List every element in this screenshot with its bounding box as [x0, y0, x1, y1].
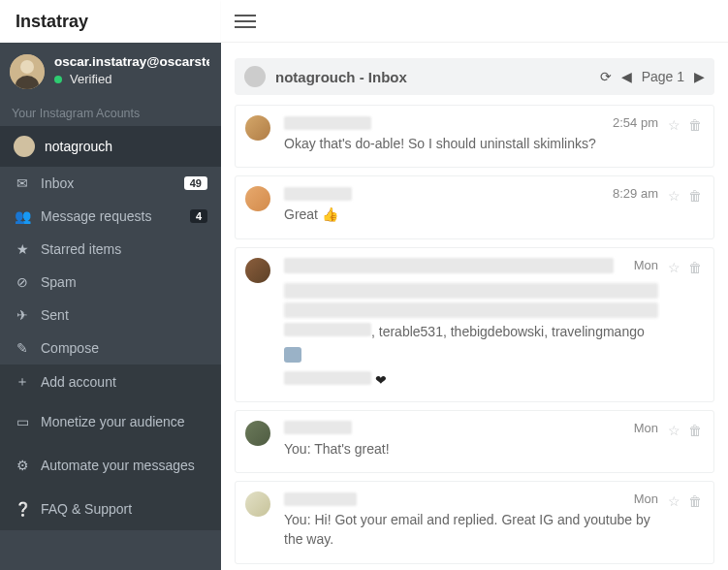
- nav-label: Starred items: [41, 241, 121, 257]
- message-time: 8:29 am: [613, 186, 658, 201]
- message-time: Mon: [634, 491, 658, 506]
- star-icon[interactable]: ☆: [668, 117, 681, 133]
- account-item-active[interactable]: notagrouch: [0, 126, 221, 167]
- sender-avatar: [245, 186, 270, 211]
- verified-status: Verified: [54, 72, 209, 86]
- refresh-icon[interactable]: ⟳: [600, 69, 612, 84]
- user-avatar: [10, 54, 45, 89]
- trash-icon[interactable]: 🗑: [688, 423, 702, 438]
- trash-icon[interactable]: 🗑: [688, 117, 702, 133]
- redacted-line: [284, 371, 371, 385]
- sender-avatar: [245, 421, 270, 446]
- trash-icon[interactable]: 🗑: [688, 260, 702, 275]
- nav-label: Automate your messages: [41, 458, 195, 473]
- nav-compose[interactable]: ✎ Compose: [0, 332, 221, 364]
- inbox-badge: 49: [184, 176, 207, 190]
- message-text: , terable531, thebigdebowski, travelingm…: [284, 322, 658, 341]
- message-text: You: Hi! Got your email and replied. Gre…: [284, 510, 658, 550]
- topbar: [221, 0, 728, 43]
- brand-logo: Instatray: [16, 12, 88, 32]
- accounts-section-label: Your Instagram Acounts: [0, 99, 221, 126]
- hamburger-menu-button[interactable]: [235, 15, 256, 28]
- verified-label: Verified: [70, 72, 111, 86]
- svg-point-1: [20, 60, 34, 74]
- message-text: Great 👍: [284, 205, 658, 224]
- nav-label: Add account: [41, 374, 116, 390]
- gear-icon: ⚙: [14, 458, 31, 473]
- message-row[interactable]: 8:29 am Great 👍 ☆🗑: [235, 175, 714, 238]
- sender-avatar: [245, 115, 270, 141]
- redacted-line: [284, 302, 658, 318]
- message-row[interactable]: Mon You: Hi! Got your email and replied.…: [235, 481, 714, 564]
- requests-badge: 4: [190, 209, 207, 223]
- star-icon[interactable]: ☆: [668, 260, 681, 275]
- inbox-icon: ✉: [14, 175, 31, 191]
- nav-label: FAQ & Support: [41, 501, 132, 517]
- sender-name-redacted: [284, 492, 357, 506]
- nav-label: Inbox: [41, 175, 74, 191]
- message-time: Mon: [634, 258, 658, 272]
- user-header: oscar.instatray@oscarstech Verified: [0, 43, 221, 99]
- sender-avatar: [245, 491, 270, 517]
- star-icon[interactable]: ☆: [668, 493, 681, 509]
- star-icon[interactable]: ☆: [668, 423, 681, 438]
- inbox-title: notagrouch - Inbox: [275, 69, 407, 85]
- nav-monetize[interactable]: ▭ Monetize your audience: [0, 400, 221, 443]
- message-text: You: That's great!: [284, 439, 658, 459]
- message-text: Okay that's do-able! So I should uninsta…: [284, 134, 658, 153]
- page-label: Page 1: [642, 69, 684, 84]
- compose-icon: ✎: [14, 340, 31, 356]
- sender-name-redacted: [284, 187, 352, 201]
- sender-name-redacted: [284, 116, 371, 130]
- nav-label: Compose: [41, 340, 99, 356]
- sidebar: Instatray oscar.instatray@oscarstech Ver…: [0, 0, 221, 570]
- nav-label: Message requests: [41, 208, 151, 224]
- nav-faq[interactable]: ❔ FAQ & Support: [0, 488, 221, 530]
- message-time: Mon: [634, 421, 658, 435]
- sender-avatar: [245, 258, 270, 283]
- nav-sent[interactable]: ✈ Sent: [0, 299, 221, 332]
- redacted-line: [284, 283, 658, 299]
- content: notagrouch - Inbox ⟳ ◀ Page 1 ▶ 2:54 pm …: [221, 43, 728, 570]
- trash-icon[interactable]: 🗑: [688, 493, 702, 509]
- requests-icon: 👥: [14, 208, 31, 224]
- account-avatar: [14, 136, 35, 157]
- prev-page-icon[interactable]: ◀: [621, 69, 632, 84]
- nav-inbox[interactable]: ✉ Inbox 49: [0, 167, 221, 200]
- message-row[interactable]: Mon , terable531, thebigdebowski, travel…: [235, 247, 714, 402]
- help-icon: ❔: [14, 501, 31, 517]
- nav-label: Monetize your audience: [41, 414, 185, 429]
- logo-bar: Instatray: [0, 0, 221, 43]
- message-time: 2:54 pm: [613, 115, 658, 130]
- nav-add-account[interactable]: ＋ Add account: [0, 364, 221, 399]
- nav-spam[interactable]: ⊘ Spam: [0, 266, 221, 299]
- inbox-header: notagrouch - Inbox ⟳ ◀ Page 1 ▶: [235, 58, 714, 95]
- heart-icon: ❤: [375, 372, 387, 388]
- sender-name-redacted: [284, 258, 614, 273]
- money-icon: ▭: [14, 414, 31, 429]
- sender-name-redacted: [284, 421, 352, 434]
- verified-dot-icon: [54, 76, 62, 83]
- message-row[interactable]: Mon You: That's great! ☆🗑: [235, 410, 714, 473]
- star-icon: ★: [14, 241, 31, 257]
- nav-automate[interactable]: ⚙ Automate your messages: [0, 444, 221, 487]
- nav-starred[interactable]: ★ Starred items: [0, 233, 221, 266]
- sent-icon: ✈: [14, 307, 31, 323]
- nav-label: Sent: [41, 307, 69, 323]
- user-email: oscar.instatray@oscarstech: [54, 54, 209, 69]
- spam-icon: ⊘: [14, 274, 31, 290]
- group-icon: [284, 347, 301, 363]
- message-row[interactable]: 2:54 pm Okay that's do-able! So I should…: [235, 105, 714, 168]
- plus-icon: ＋: [14, 373, 31, 391]
- trash-icon[interactable]: 🗑: [688, 188, 702, 204]
- pager: ⟳ ◀ Page 1 ▶: [600, 69, 705, 84]
- account-name: notagrouch: [45, 139, 112, 154]
- next-page-icon[interactable]: ▶: [694, 69, 705, 84]
- inbox-avatar: [244, 66, 266, 87]
- star-icon[interactable]: ☆: [668, 188, 681, 204]
- nav-requests[interactable]: 👥 Message requests 4: [0, 200, 221, 233]
- nav-label: Spam: [41, 274, 77, 290]
